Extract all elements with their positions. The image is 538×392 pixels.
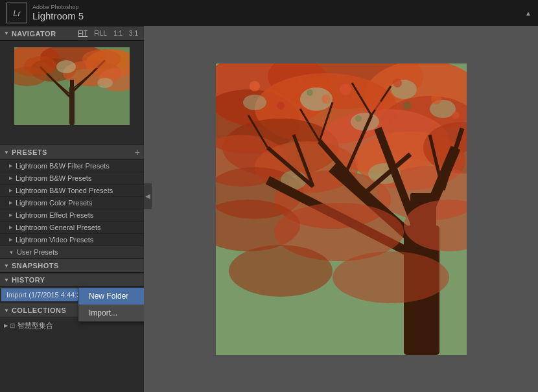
preset-item[interactable]: ▶ Lightroom B&W Toned Presets <box>0 185 144 197</box>
presets-triangle: ▼ <box>4 150 9 156</box>
zoom-1-1-btn[interactable]: 1:1 <box>111 29 124 38</box>
main-layout: ▼ Navigator FIT FILL 1:1 3:1 <box>0 26 538 392</box>
zoom-3-1-btn[interactable]: 3:1 <box>127 29 140 38</box>
scroll-up-button[interactable]: ▲ <box>525 10 532 17</box>
presets-title: Presets <box>12 148 135 156</box>
app-title: Lightroom 5 <box>32 10 84 22</box>
context-menu: New Folder Import... <box>78 287 144 322</box>
preset-name-6: Lightroom Video Presets <box>16 236 93 244</box>
preset-arrow-0: ▶ <box>9 163 12 168</box>
preset-item[interactable]: ▶ Lightroom Effect Presets <box>0 209 144 222</box>
svg-point-9 <box>97 78 113 88</box>
preset-item[interactable]: ▶ Lightroom B&W Filter Presets <box>0 160 144 172</box>
preset-arrow-7: ▼ <box>9 250 14 255</box>
svg-point-16 <box>82 49 121 69</box>
svg-point-28 <box>243 95 266 110</box>
presets-section: ▼ Presets + ▶ Lightroom B&W Filter Prese… <box>0 144 144 259</box>
preset-item[interactable]: ▶ Lightroom B&W Presets <box>0 172 144 185</box>
history-triangle: ▼ <box>4 277 9 283</box>
svg-point-73 <box>403 102 411 110</box>
svg-point-72 <box>307 89 313 96</box>
preset-name-5: Lightroom General Presets <box>16 224 100 231</box>
tree-photo-svg <box>216 63 467 355</box>
preset-name-4: Lightroom Effect Presets <box>16 211 93 219</box>
svg-point-70 <box>373 100 383 111</box>
topbar: Lr Adobe Photoshop Lightroom 5 ▲ <box>0 0 538 26</box>
preset-name-7: User Presets <box>17 248 58 256</box>
preset-arrow-1: ▶ <box>9 176 12 181</box>
preset-item[interactable]: ▶ Lightroom General Presets <box>0 222 144 234</box>
context-menu-new-folder[interactable]: New Folder <box>78 288 144 305</box>
zoom-fill-btn[interactable]: FILL <box>92 29 109 38</box>
navigator-triangle: ▼ <box>4 30 9 36</box>
preset-arrow-6: ▶ <box>9 237 12 242</box>
preset-name-3: Lightroom Color Presets <box>16 199 93 207</box>
nav-thumb-image <box>14 47 130 125</box>
photo-display <box>216 63 467 355</box>
svg-point-67 <box>431 94 441 104</box>
snapshots-section: ▼ Snapshots <box>0 259 144 273</box>
navigator-thumbnail[interactable] <box>14 47 130 125</box>
preset-name-0: Lightroom B&W Filter Presets <box>16 162 110 170</box>
svg-point-74 <box>355 115 362 122</box>
preset-item-user[interactable]: ▼ User Presets <box>0 246 144 259</box>
snapshots-triangle: ▼ <box>4 263 9 269</box>
left-panel: ▼ Navigator FIT FILL 1:1 3:1 <box>0 26 144 392</box>
context-menu-import[interactable]: Import... <box>78 305 144 321</box>
svg-point-69 <box>322 95 331 104</box>
panel-toggle-button[interactable]: ◀ <box>144 183 152 209</box>
snapshots-header[interactable]: ▼ Snapshots <box>0 259 144 273</box>
navigator-zoom-controls: FIT FILL 1:1 3:1 <box>76 29 140 38</box>
collection-expand-triangle: ▶ <box>4 323 8 329</box>
history-header[interactable]: ▼ History <box>0 273 144 287</box>
collection-smart-icon: ⊡ <box>10 322 15 329</box>
presets-header[interactable]: ▼ Presets + <box>0 144 144 160</box>
navigator-header[interactable]: ▼ Navigator FIT FILL 1:1 3:1 <box>0 26 144 41</box>
app-title-block: Adobe Photoshop Lightroom 5 <box>32 5 84 22</box>
navigator-title: Navigator <box>12 30 76 38</box>
navigator-padding <box>0 132 144 144</box>
preset-arrow-4: ▶ <box>9 213 12 218</box>
svg-point-64 <box>296 76 304 84</box>
lr-logo: Lr <box>6 3 27 23</box>
collection-name: 智慧型集合 <box>18 321 53 330</box>
main-content-area <box>144 26 538 392</box>
svg-point-65 <box>340 84 351 95</box>
history-title: History <box>12 276 140 284</box>
preset-arrow-2: ▶ <box>9 188 12 193</box>
navigator-section: ▼ Navigator FIT FILL 1:1 3:1 <box>0 26 144 144</box>
zoom-fit-btn[interactable]: FIT <box>76 29 89 38</box>
adobe-photoshop-label: Adobe Photoshop <box>32 5 84 10</box>
snapshots-title: Snapshots <box>12 262 140 270</box>
preset-item[interactable]: ▶ Lightroom Video Presets <box>0 234 144 246</box>
svg-point-61 <box>229 245 333 297</box>
svg-point-68 <box>277 102 285 110</box>
preset-arrow-5: ▶ <box>9 225 12 230</box>
presets-list: ▶ Lightroom B&W Filter Presets ▶ Lightro… <box>0 160 144 259</box>
svg-point-8 <box>56 60 76 73</box>
preset-name-1: Lightroom B&W Presets <box>16 174 91 182</box>
preset-item[interactable]: ▶ Lightroom Color Presets <box>0 197 144 209</box>
preset-arrow-3: ▶ <box>9 200 12 205</box>
svg-point-71 <box>452 111 460 119</box>
svg-point-62 <box>333 251 449 303</box>
preset-name-2: Lightroom B&W Toned Presets <box>16 187 113 194</box>
svg-point-63 <box>250 81 260 91</box>
svg-point-66 <box>393 78 402 87</box>
presets-add-button[interactable]: + <box>135 148 140 157</box>
collections-triangle: ▼ <box>4 308 9 314</box>
nav-thumb-svg <box>14 47 130 125</box>
svg-point-15 <box>24 56 56 75</box>
